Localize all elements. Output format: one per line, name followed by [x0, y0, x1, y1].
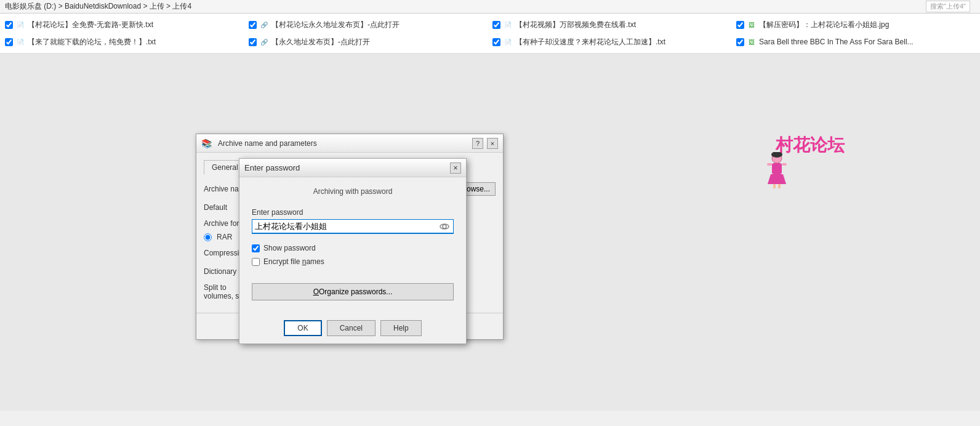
svg-point-0: [772, 153, 782, 163]
file-checkbox-6[interactable]: [249, 38, 257, 46]
password-close-button[interactable]: ×: [450, 163, 461, 174]
person-figure: [765, 152, 789, 189]
svg-rect-5: [778, 184, 781, 188]
password-dialog-body: Archiving with password Enter password S…: [239, 177, 466, 315]
archive-dialog-title: Archive name and parameters: [218, 139, 468, 148]
file-row-2: 📄 【来了就能下载的论坛，纯免费！】.txt 🔗 【永久地址发布页】-点此打开 …: [5, 34, 975, 49]
password-input-row: [252, 219, 454, 234]
rar-label: RAR: [217, 233, 232, 241]
file-label-5: 【来了就能下载的论坛，纯免费！】.txt: [28, 37, 156, 47]
password-dialog-titlebar: Enter password ×: [239, 159, 466, 177]
file-checkbox-1[interactable]: [5, 21, 13, 29]
img-icon-2: 🖼: [747, 37, 757, 47]
file-list-area: 📄 【村花论坛】全免费-无套路-更新快.txt 🔗 【村花论坛永久地址发布页】-…: [0, 14, 980, 54]
show-password-label: Show password: [263, 244, 316, 252]
file-label-8: Sara Bell three BBC In The Ass For Sara …: [759, 38, 914, 46]
breadcrumb-text: 电影娱乐盘 (D:) > BaiduNetdiskDownload > 上传 >…: [5, 1, 191, 12]
file-label-2: 【村花论坛永久地址发布页】-点此打开: [271, 20, 400, 30]
file-checkbox-8[interactable]: [736, 38, 744, 46]
file-item-1: 📄 【村花论坛】全免费-无套路-更新快.txt: [5, 20, 244, 30]
file-item-5: 📄 【来了就能下载的论坛，纯免费！】.txt: [5, 37, 244, 47]
file-label-4: 【解压密码】：上村花论坛看小姐姐.jpg: [759, 20, 889, 30]
file-item-4: 🖼 【解压密码】：上村花论坛看小姐姐.jpg: [736, 20, 975, 30]
watermark: 村花论坛: [776, 134, 845, 157]
file-item-2: 🔗 【村花论坛永久地址发布页】-点此打开: [249, 20, 488, 30]
password-ok-button[interactable]: OK: [284, 320, 321, 336]
svg-point-1: [771, 152, 782, 158]
file-checkbox-4[interactable]: [736, 21, 744, 29]
encrypt-filenames-checkbox[interactable]: [252, 258, 260, 266]
img-icon-1: 🖼: [747, 20, 757, 30]
show-password-checkbox[interactable]: [252, 244, 260, 252]
file-label-6: 【永久地址发布页】-点此打开: [271, 37, 370, 47]
file-checkbox-5[interactable]: [5, 38, 13, 46]
file-item-6: 🔗 【永久地址发布页】-点此打开: [249, 37, 488, 47]
file-checkbox-3[interactable]: [492, 21, 500, 29]
txt-icon-4: 📄: [503, 37, 513, 47]
svg-point-8: [443, 225, 446, 228]
txt-icon-1: 📄: [15, 20, 25, 30]
txt-icon-3: 📄: [15, 37, 25, 47]
link-icon-2: 🔗: [259, 37, 269, 47]
file-label-3: 【村花视频】万部视频免费在线看.txt: [515, 20, 636, 30]
file-item-3: 📄 【村花视频】万部视频免费在线看.txt: [492, 20, 731, 30]
file-checkbox-2[interactable]: [249, 21, 257, 29]
password-input[interactable]: [252, 219, 454, 234]
encrypt-filenames-row: Encrypt file names: [252, 257, 454, 266]
password-dialog: Enter password × Archiving with password…: [239, 158, 467, 344]
password-cancel-button[interactable]: Cancel: [327, 320, 376, 336]
encrypt-filenames-label: Encrypt file names: [263, 257, 324, 266]
search-box[interactable]: 搜索"上传4": [926, 1, 970, 12]
file-checkbox-7[interactable]: [492, 38, 500, 46]
svg-rect-4: [773, 184, 776, 188]
link-icon-1: 🔗: [259, 20, 269, 30]
svg-rect-6: [767, 163, 772, 166]
file-row-1: 📄 【村花论坛】全免费-无套路-更新快.txt 🔗 【村花论坛永久地址发布页】-…: [5, 17, 975, 32]
file-item-7: 📄 【有种子却没速度？来村花论坛人工加速】.txt: [492, 37, 731, 47]
password-subtitle: Archiving with password: [252, 187, 454, 196]
file-label-7: 【有种子却没速度？来村花论坛人工加速】.txt: [515, 37, 665, 47]
organize-passwords-button[interactable]: OOrganize passwords...: [252, 283, 454, 300]
archive-help-button[interactable]: ?: [472, 138, 483, 149]
password-eye-icon: [438, 220, 451, 233]
svg-rect-2: [772, 163, 782, 174]
rar-radio[interactable]: [204, 233, 212, 241]
txt-icon-2: 📄: [503, 20, 513, 30]
winrar-logo-icon: 📚: [201, 139, 212, 148]
archive-close-button[interactable]: ×: [487, 138, 498, 149]
archive-dialog-titlebar: 📚 Archive name and parameters ? ×: [196, 134, 503, 153]
enter-password-label: Enter password: [252, 208, 454, 217]
breadcrumb-bar: 电影娱乐盘 (D:) > BaiduNetdiskDownload > 上传 >…: [0, 0, 980, 14]
file-label-1: 【村花论坛】全免费-无套路-更新快.txt: [28, 20, 153, 30]
svg-rect-7: [782, 163, 787, 166]
password-dialog-footer: OK Cancel Help: [239, 315, 466, 344]
password-help-button[interactable]: Help: [380, 320, 422, 336]
svg-marker-3: [768, 174, 786, 184]
file-item-8: 🖼 Sara Bell three BBC In The Ass For Sar…: [736, 37, 975, 47]
password-dialog-title: Enter password: [244, 163, 450, 172]
show-password-row: Show password: [252, 244, 454, 252]
